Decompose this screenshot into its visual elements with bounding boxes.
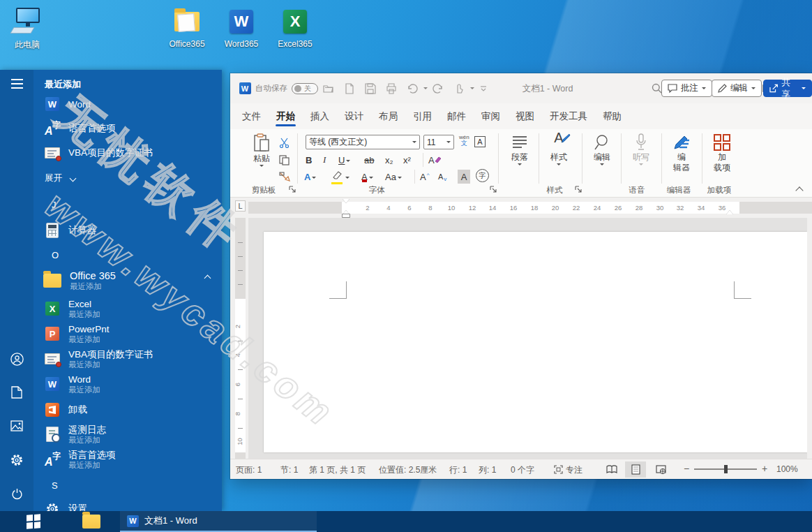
- start-button[interactable]: [0, 511, 67, 532]
- letter-header-o[interactable]: O: [52, 250, 59, 260]
- vertical-scrollbar[interactable]: [807, 218, 812, 459]
- paste-button[interactable]: 粘贴: [246, 133, 278, 169]
- font-dialog-launcher[interactable]: [490, 186, 497, 193]
- document-area[interactable]: [230, 218, 812, 459]
- tab-review[interactable]: 审阅: [474, 105, 508, 129]
- tab-references[interactable]: 引用: [405, 105, 439, 129]
- status-page-of[interactable]: 第 1 页, 共 1 页: [309, 464, 366, 476]
- power-icon[interactable]: [10, 487, 24, 501]
- font-size-combo[interactable]: 11: [423, 135, 454, 149]
- document-page[interactable]: [264, 232, 807, 452]
- add-ins-button[interactable]: 加载项: [706, 133, 738, 172]
- superscript-button[interactable]: x²: [403, 153, 411, 167]
- shrink-font-button[interactable]: Av: [438, 170, 446, 184]
- cut-icon[interactable]: [279, 138, 290, 148]
- save-icon[interactable]: [365, 83, 376, 94]
- taskbar-word-button[interactable]: W 文档1 - Word: [120, 511, 317, 532]
- redo-icon[interactable]: [433, 83, 444, 94]
- tab-file[interactable]: 文件: [234, 105, 269, 129]
- tab-home[interactable]: 开始: [269, 105, 303, 129]
- menu-item-language-preferences-2[interactable]: 字A 语言首选项最近添加: [45, 447, 116, 472]
- zoom-in-button[interactable]: +: [762, 463, 767, 474]
- underline-button[interactable]: U: [338, 153, 350, 167]
- tab-stop-selector[interactable]: L: [235, 200, 246, 212]
- zoom-slider-thumb[interactable]: [724, 465, 728, 473]
- format-painter-icon[interactable]: [279, 172, 290, 183]
- desktop-icon-word365[interactable]: W Word365: [216, 6, 266, 49]
- search-icon[interactable]: [652, 83, 662, 94]
- tab-view[interactable]: 视图: [508, 105, 542, 129]
- text-effects-button[interactable]: ​A: [304, 170, 316, 184]
- strikethrough-button[interactable]: ab: [364, 153, 374, 167]
- desktop-icon-this-pc[interactable]: 此电脑: [2, 6, 52, 51]
- user-account-icon[interactable]: [10, 352, 24, 366]
- menu-item-vba-certificate-2[interactable]: VBA项目的数字证书最近添加: [45, 346, 153, 371]
- focus-mode-button[interactable]: 专注: [566, 464, 582, 476]
- italic-button[interactable]: I: [323, 153, 326, 167]
- paragraph-group-button[interactable]: 段落: [504, 133, 536, 168]
- desktop-icon-office365[interactable]: Office365: [162, 6, 212, 49]
- menu-item-excel[interactable]: X Excel最近添加: [45, 296, 100, 321]
- left-indent-marker[interactable]: [343, 214, 349, 217]
- autosave-toggle[interactable]: 关: [292, 83, 318, 94]
- documents-icon[interactable]: [10, 385, 24, 399]
- enclose-characters-button[interactable]: 字: [476, 169, 489, 182]
- status-page[interactable]: 页面: 1: [236, 464, 262, 476]
- menu-item-language-preferences[interactable]: 字A 语言首选项: [45, 117, 116, 140]
- dictate-button[interactable]: 听写: [625, 133, 657, 168]
- bold-button[interactable]: B: [306, 153, 312, 167]
- zoom-percent[interactable]: 100%: [776, 464, 798, 474]
- status-word-count[interactable]: 0 个字: [511, 464, 534, 476]
- touch-mode-dropdown[interactable]: [470, 87, 474, 91]
- tab-help[interactable]: 帮助: [595, 105, 629, 129]
- editing-mode-button[interactable]: 编辑: [712, 80, 762, 97]
- copy-icon[interactable]: [279, 155, 290, 165]
- undo-icon[interactable]: [407, 83, 418, 94]
- styles-dialog-launcher[interactable]: [575, 186, 582, 193]
- settings-gear-icon[interactable]: [10, 453, 24, 467]
- hanging-indent-marker[interactable]: [343, 207, 349, 214]
- hamburger-menu-icon[interactable]: [10, 77, 24, 91]
- menu-item-office365-group[interactable]: Office 365最近添加: [43, 268, 116, 293]
- status-line[interactable]: 行: 1: [449, 464, 467, 476]
- print-layout-button[interactable]: [625, 461, 646, 478]
- letter-header-j[interactable]: J: [52, 200, 57, 210]
- menu-item-calculator[interactable]: 计算器: [45, 219, 97, 242]
- menu-item-telemetry-log[interactable]: 遥测日志最近添加: [45, 422, 106, 447]
- tab-design[interactable]: 设计: [337, 105, 371, 129]
- share-button[interactable]: 共享: [763, 80, 812, 97]
- status-column[interactable]: 列: 1: [479, 464, 496, 476]
- tab-mailings[interactable]: 邮件: [439, 105, 474, 129]
- vertical-ruler[interactable]: 2 4 6 8 10: [235, 218, 246, 459]
- menu-item-settings[interactable]: 设置: [45, 497, 87, 511]
- letter-header-s[interactable]: S: [52, 480, 58, 491]
- open-icon[interactable]: [323, 83, 334, 94]
- file-explorer-taskbar-icon[interactable]: [67, 511, 116, 532]
- zoom-out-button[interactable]: −: [684, 463, 689, 474]
- customize-qat-icon[interactable]: [479, 83, 488, 94]
- menu-item-word[interactable]: W Word: [45, 92, 91, 116]
- change-case-button[interactable]: Aa: [385, 170, 402, 184]
- status-position[interactable]: 位置值: 2.5厘米: [379, 464, 437, 476]
- editor-button[interactable]: 编辑器: [666, 133, 698, 172]
- menu-item-uninstall[interactable]: 卸载: [45, 398, 87, 422]
- grow-font-button[interactable]: A^: [420, 170, 429, 184]
- collapse-ribbon-button[interactable]: [797, 188, 802, 193]
- clipboard-dialog-launcher[interactable]: [289, 186, 296, 193]
- first-line-indent-marker[interactable]: [343, 199, 349, 207]
- expand-button[interactable]: 展开: [45, 170, 75, 186]
- editing-group-button[interactable]: 编辑: [586, 133, 618, 168]
- chevron-up-icon[interactable]: [204, 275, 211, 282]
- character-shading-button[interactable]: A: [458, 170, 470, 184]
- subscript-button[interactable]: x₂: [385, 153, 393, 167]
- character-border-button[interactable]: A: [474, 135, 486, 149]
- read-mode-button[interactable]: [601, 461, 622, 478]
- font-name-combo[interactable]: 等线 (西文正文): [306, 135, 420, 149]
- right-indent-marker[interactable]: [726, 207, 733, 214]
- phonetic-guide-button[interactable]: wén文: [459, 133, 469, 147]
- font-color-button[interactable]: A: [361, 170, 373, 184]
- menu-item-powerpoint[interactable]: P PowerPnt最近添加: [45, 321, 110, 346]
- undo-dropdown[interactable]: [423, 87, 428, 91]
- menu-item-word-2[interactable]: W Word最近添加: [45, 371, 100, 397]
- styles-button[interactable]: A 样式: [543, 133, 575, 168]
